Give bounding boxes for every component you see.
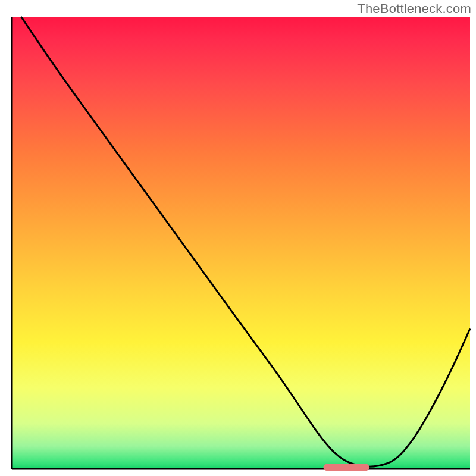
optimal-range-marker [324,464,369,471]
chart-container: TheBottleneck.com [0,0,476,476]
watermark-text: TheBottleneck.com [357,1,471,17]
bottleneck-chart [0,0,476,476]
plot-background [12,17,470,469]
